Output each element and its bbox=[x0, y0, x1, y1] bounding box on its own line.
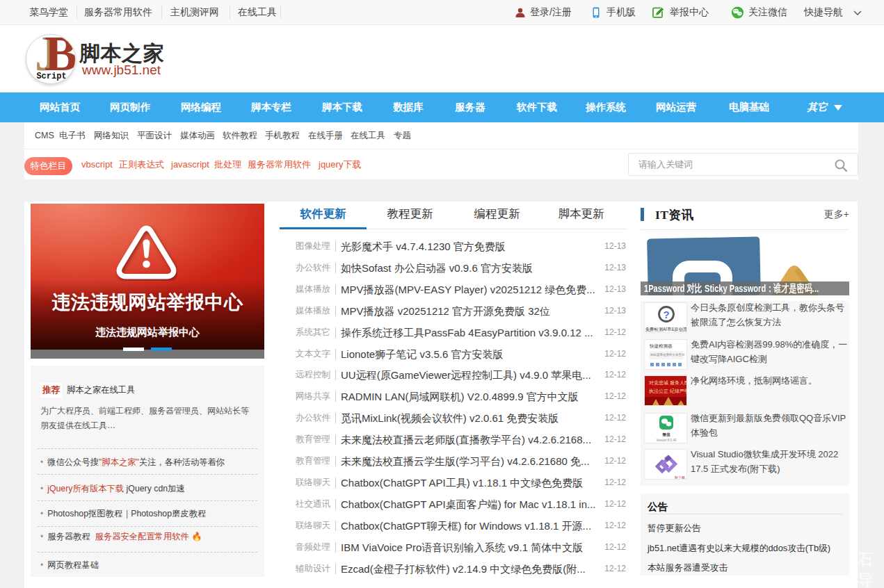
svg-text:执法公正 纪律严明: 执法公正 纪律严明 bbox=[649, 389, 687, 394]
svg-text:免费检测AI率&原创度: 免费检测AI率&原创度 bbox=[645, 327, 687, 332]
svg-text:粘贴需要检测的文本至此: 粘贴需要检测的文本至此 bbox=[650, 352, 685, 357]
svg-text:Version 8.0.40: Version 8.0.40 bbox=[657, 439, 677, 442]
svg-text:对党忠诚 服务人民: 对党忠诚 服务人民 bbox=[649, 380, 687, 386]
svg-text:附下载: 附下载 bbox=[675, 475, 685, 480]
svg-text:快捷检测器: 快捷检测器 bbox=[649, 343, 673, 349]
svg-text:微信: 微信 bbox=[662, 432, 671, 437]
svg-text:?: ? bbox=[663, 309, 669, 320]
